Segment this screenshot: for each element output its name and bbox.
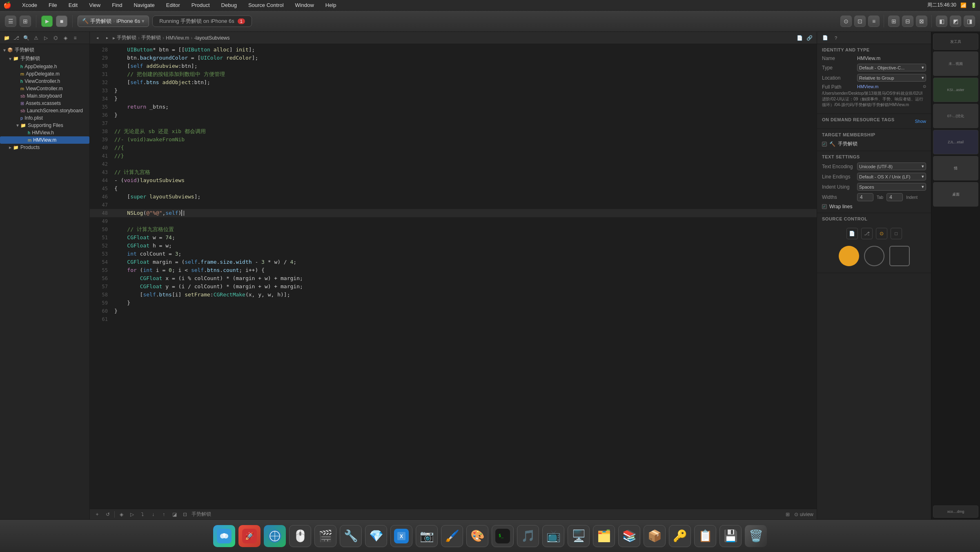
run-button[interactable]: ▶: [41, 16, 53, 27]
sidebar-breakpoints-btn[interactable]: ◈: [61, 34, 69, 42]
menu-help[interactable]: Help: [323, 1, 339, 9]
dock-more5[interactable]: 📋: [694, 525, 716, 547]
menu-debug[interactable]: Debug: [219, 1, 239, 9]
tab-width-input[interactable]: [857, 193, 873, 201]
back-btn[interactable]: ↺: [104, 510, 112, 519]
breakpoint-btn[interactable]: ◈: [117, 510, 125, 519]
sidebar-item[interactable]: ⊞ Assets.xcassets: [0, 100, 89, 107]
dock-photo[interactable]: 📷: [416, 525, 438, 547]
sidebar-item[interactable]: h ViewController.h: [0, 78, 89, 85]
menu-find[interactable]: Find: [109, 1, 125, 9]
environment-btn[interactable]: ⊡: [854, 16, 866, 27]
memory-btn[interactable]: ⊡: [181, 510, 189, 519]
sc-commit-btn[interactable]: [839, 246, 859, 266]
sidebar-toggle-btn[interactable]: ☰: [5, 16, 16, 27]
sidebar-debug-btn[interactable]: ⌬: [51, 34, 60, 42]
show-debug-area-btn[interactable]: ◩: [950, 16, 961, 27]
breadcrumb-item-2[interactable]: 手势解锁: [141, 34, 161, 41]
console-btn[interactable]: ≡: [868, 16, 880, 27]
dock-screen[interactable]: 🖥️: [568, 525, 590, 547]
sidebar-item[interactable]: m ViewController.m: [0, 85, 89, 92]
version-editor-btn[interactable]: ⊠: [916, 16, 927, 27]
sidebar-project-root[interactable]: ▾ 📦 手势解锁: [0, 46, 89, 54]
dock-vlc[interactable]: 📺: [542, 525, 564, 547]
sc-changes-btn[interactable]: [889, 246, 910, 266]
dock-photoshop[interactable]: 🖌️: [441, 525, 463, 547]
sc-log-btn[interactable]: □: [891, 228, 902, 239]
menu-product[interactable]: Product: [189, 1, 212, 9]
breadcrumb-item-3[interactable]: HMView.m: [166, 35, 189, 41]
wrap-lines-checkbox[interactable]: ✓: [822, 204, 827, 209]
dock-mouse[interactable]: 🖱️: [289, 525, 311, 547]
dock-ai[interactable]: 🎨: [466, 525, 488, 547]
dock-video[interactable]: 🎬: [314, 525, 336, 547]
breadcrumb-item-4[interactable]: -layoutSubviews: [194, 35, 229, 41]
type-select[interactable]: Default - Objective-C... ▾: [857, 64, 926, 71]
sidebar-item[interactable]: sb Main.storyboard: [0, 92, 89, 100]
dock-xcode[interactable]: X: [390, 525, 412, 547]
show-navigator-btn[interactable]: ◧: [936, 16, 947, 27]
indent-using-select[interactable]: Spaces ▾: [857, 183, 926, 191]
menu-xcode[interactable]: Xcode: [20, 1, 40, 9]
sidebar-issues-btn[interactable]: ⚠: [32, 34, 40, 42]
assistant-editor-btn[interactable]: ⊟: [902, 16, 913, 27]
sidebar-item[interactable]: sb LaunchScreen.storyboard: [0, 107, 89, 114]
sidebar-item[interactable]: ▾ 📁 Supporting Files: [0, 122, 89, 129]
breakpoints-btn[interactable]: ⊙: [840, 16, 852, 27]
dock-finder[interactable]: [213, 525, 235, 547]
dock-more3[interactable]: 📦: [644, 525, 666, 547]
sc-branch-btn[interactable]: ⎇: [861, 228, 873, 239]
dock-more6[interactable]: 💾: [719, 525, 742, 547]
minimap-btn[interactable]: ⊞: [784, 510, 792, 519]
sidebar-item-selected[interactable]: m HMView.m: [0, 136, 89, 144]
step-over-btn[interactable]: ⤵: [138, 510, 147, 519]
dock-more4[interactable]: 🔑: [669, 525, 691, 547]
menu-file[interactable]: File: [46, 1, 60, 9]
reveal-in-finder-btn[interactable]: ⊙: [923, 84, 926, 90]
sc-refresh-btn[interactable]: ⊙: [876, 228, 887, 239]
name-value[interactable]: HMView.m: [857, 56, 926, 61]
dock-more1[interactable]: 🗂️: [593, 525, 615, 547]
dock-launchpad[interactable]: 🚀: [238, 525, 261, 547]
dock-safari[interactable]: [264, 525, 286, 547]
thumbnail-5[interactable]: ZJL...etail: [933, 130, 978, 154]
indent-width-input[interactable]: [886, 193, 903, 201]
step-in-btn[interactable]: ↓: [149, 510, 157, 519]
sc-diff-btn[interactable]: [864, 246, 884, 266]
breadcrumb-nav-prev[interactable]: ◂: [93, 34, 101, 42]
sidebar-search-btn[interactable]: 🔍: [22, 34, 30, 42]
apple-logo[interactable]: 🍎: [3, 1, 11, 9]
sidebar-folder-btn[interactable]: 📁: [2, 34, 11, 42]
sidebar-group[interactable]: ▾ 📁 手势解锁: [0, 54, 89, 63]
dock-terminal[interactable]: $_: [492, 525, 514, 547]
menu-edit[interactable]: Edit: [66, 1, 80, 9]
scheme-selector[interactable]: 🔨 手势解锁 › iPhone 6s ▾: [78, 16, 149, 27]
thumbnail-4[interactable]: 07-...(优化: [933, 104, 978, 128]
show-utilities-btn[interactable]: ◨: [964, 16, 975, 27]
line-endings-select[interactable]: Default - OS X / Unix (LF) ▾: [857, 173, 926, 180]
stop-button[interactable]: ■: [56, 16, 67, 27]
thumbnail-7[interactable]: 桌面: [933, 182, 978, 207]
encoding-select[interactable]: Unicode (UTF-8) ▾: [857, 162, 926, 170]
show-btn[interactable]: Show: [915, 119, 926, 124]
target-checkbox[interactable]: ✓: [822, 142, 827, 147]
sidebar-products[interactable]: ▸ 📁 Products: [0, 144, 89, 151]
location-select[interactable]: Relative to Group ▾: [857, 74, 926, 82]
breadcrumb-item-1[interactable]: 手势解锁: [117, 34, 136, 41]
dock-media[interactable]: 🎵: [517, 525, 539, 547]
breadcrumb-nav-next[interactable]: ▸: [103, 34, 111, 42]
add-file-btn[interactable]: +: [93, 510, 101, 519]
dock-tools[interactable]: 🔧: [340, 525, 362, 547]
sidebar-test-btn[interactable]: ▷: [42, 34, 50, 42]
dock-more2[interactable]: 📚: [618, 525, 640, 547]
menu-source-control[interactable]: Source Control: [246, 1, 286, 9]
assistant-btn[interactable]: 🔗: [805, 34, 813, 42]
menu-view[interactable]: View: [87, 1, 103, 9]
related-files-btn[interactable]: 📄: [795, 34, 804, 42]
sidebar-log-btn[interactable]: ≡: [71, 34, 79, 42]
dock-trash[interactable]: 🗑️: [745, 525, 767, 547]
inspector-file-btn[interactable]: 📄: [820, 33, 830, 42]
sidebar-item[interactable]: h AppDelegate.h: [0, 63, 89, 70]
code-editor[interactable]: 28 UIButton* btn = [[UIButton alloc] ini…: [90, 44, 817, 509]
step-out-btn[interactable]: ↑: [160, 510, 168, 519]
